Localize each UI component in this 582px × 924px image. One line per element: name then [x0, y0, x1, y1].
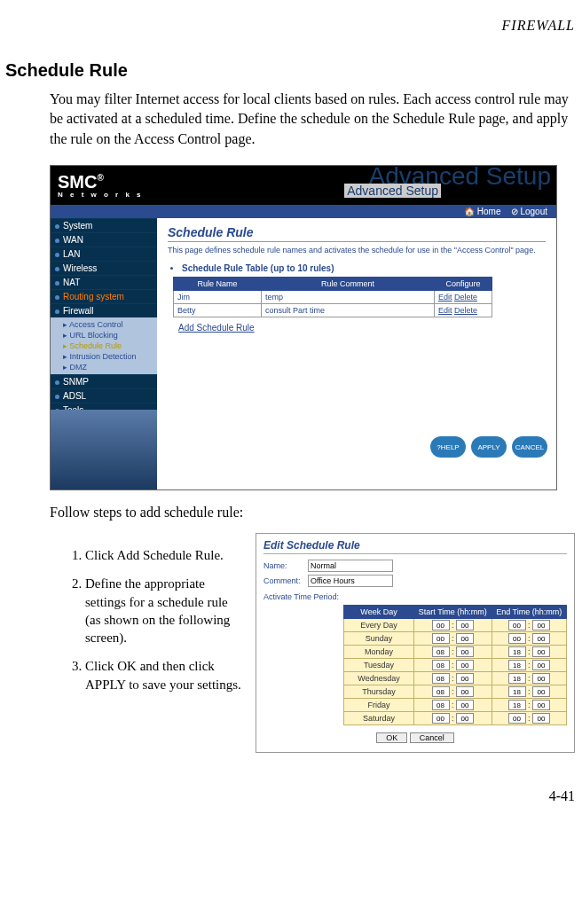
sidebar-item-system[interactable]: System	[51, 218, 157, 232]
end-min-input[interactable]	[532, 660, 550, 670]
logo-subtext: N e t w o r k s	[58, 191, 144, 199]
action-button-row: ? HELP APPLY CANCEL	[430, 436, 547, 458]
name-input[interactable]	[308, 560, 393, 572]
start-min-input[interactable]	[456, 673, 474, 684]
start-min-input[interactable]	[456, 660, 474, 670]
sidebar-sub-intrusion-detection[interactable]: ▸ Intrusion Detection	[63, 351, 157, 362]
cell-comment: consult Part time	[262, 304, 435, 317]
weekday-cell: Monday	[344, 646, 414, 659]
end-min-input[interactable]	[532, 633, 550, 644]
col-rule-name: Rule Name	[174, 278, 262, 291]
table-row: Jim temp Edit Delete	[174, 291, 492, 304]
end-min-input[interactable]	[532, 646, 550, 657]
col-end: End Time (hh:mm)	[492, 606, 566, 619]
apply-button[interactable]: APPLY	[471, 436, 507, 458]
end-min-input[interactable]	[532, 673, 550, 684]
edit-panel-title: Edit Schedule Rule	[263, 539, 567, 554]
end-min-input[interactable]	[532, 620, 550, 630]
sidebar-item-wireless[interactable]: Wireless	[51, 261, 157, 275]
intro-paragraph: You may filter Internet access for local…	[50, 90, 575, 149]
help-button[interactable]: ? HELP	[430, 436, 466, 458]
sidebar-sub-url-blocking[interactable]: ▸ URL Blocking	[63, 330, 157, 341]
ok-button[interactable]: OK	[376, 732, 407, 743]
start-hour-input[interactable]	[432, 660, 450, 670]
cancel-button[interactable]: CANCEL	[512, 436, 547, 458]
sidebar-item-adsl[interactable]: ADSL	[51, 388, 157, 403]
activate-time-period-label: Activate Time Period:	[263, 592, 567, 601]
comment-label: Comment:	[263, 576, 303, 585]
start-min-input[interactable]	[456, 713, 474, 724]
advanced-setup-label: Advanced Setup	[344, 184, 441, 198]
weekday-cell: Friday	[344, 699, 414, 712]
end-hour-input[interactable]	[508, 620, 526, 630]
logo-text: SMC	[58, 172, 97, 192]
start-hour-input[interactable]	[432, 686, 450, 697]
weekday-cell: Sunday	[344, 632, 414, 646]
sidebar-item-wan[interactable]: WAN	[51, 232, 157, 247]
col-rule-comment: Rule Comment	[262, 278, 435, 291]
col-weekday: Week Day	[344, 606, 414, 619]
end-hour-input[interactable]	[508, 633, 526, 644]
start-min-input[interactable]	[456, 646, 474, 657]
start-hour-input[interactable]	[432, 620, 450, 630]
sidebar-sub-access-control[interactable]: ▸ Access Control	[63, 319, 157, 330]
end-min-input[interactable]	[532, 700, 550, 710]
end-hour-input[interactable]	[508, 713, 526, 724]
screenshot-schedule-rule: SMC® N e t w o r k s Advanced Setup Adva…	[50, 165, 557, 490]
end-hour-input[interactable]	[508, 686, 526, 697]
sidebar-item-nat[interactable]: NAT	[51, 275, 157, 289]
step-3: Click OK and then click APPLY to save yo…	[85, 657, 243, 693]
delete-link[interactable]: Delete	[454, 306, 477, 315]
time-row: Thursday : :	[344, 685, 567, 699]
comment-input[interactable]	[308, 575, 393, 587]
end-hour-input[interactable]	[508, 673, 526, 684]
end-min-input[interactable]	[532, 686, 550, 697]
cancel-button[interactable]: Cancel	[410, 732, 454, 743]
start-min-input[interactable]	[456, 633, 474, 644]
sidebar-nav: System WAN LAN Wireless NAT Routing syst…	[51, 218, 157, 489]
smc-logo: SMC® N e t w o r k s	[58, 172, 144, 199]
col-configure: Configure	[435, 278, 492, 291]
start-min-input[interactable]	[456, 700, 474, 710]
edit-link[interactable]: Edit	[438, 306, 452, 315]
start-hour-input[interactable]	[432, 700, 450, 710]
sidebar-image	[51, 410, 157, 489]
logout-link[interactable]: ⊘ Logout	[511, 207, 547, 216]
home-link[interactable]: 🏠 Home	[464, 207, 500, 216]
start-hour-input[interactable]	[432, 713, 450, 724]
panel-title: Schedule Rule	[168, 225, 546, 242]
page-title: Schedule Rule	[5, 60, 575, 81]
end-min-input[interactable]	[532, 713, 550, 724]
table-row: Betty consult Part time Edit Delete	[174, 304, 492, 317]
sidebar-item-snmp[interactable]: SNMP	[51, 374, 157, 388]
step-1: Click Add Schedule Rule.	[85, 546, 243, 564]
end-hour-input[interactable]	[508, 646, 526, 657]
end-hour-input[interactable]	[508, 700, 526, 710]
time-row: Every Day : :	[344, 619, 567, 632]
sidebar-sub-schedule-rule[interactable]: ▸ Schedule Rule	[63, 341, 157, 351]
start-min-input[interactable]	[456, 686, 474, 697]
delete-link[interactable]: Delete	[454, 293, 477, 301]
page-number: 4-41	[5, 788, 575, 804]
start-hour-input[interactable]	[432, 646, 450, 657]
weekday-cell: Tuesday	[344, 659, 414, 672]
edit-link[interactable]: Edit	[438, 293, 452, 301]
sidebar-item-routing[interactable]: Routing system	[51, 289, 157, 303]
home-logout-bar: 🏠 Home ⊘ Logout	[51, 205, 556, 218]
sidebar-item-lan[interactable]: LAN	[51, 247, 157, 261]
time-row: Monday : :	[344, 646, 567, 659]
end-hour-input[interactable]	[508, 660, 526, 670]
steps-list: Click Add Schedule Rule. Define the appr…	[50, 546, 243, 704]
sidebar-sub-dmz[interactable]: ▸ DMZ	[63, 362, 157, 372]
sidebar-item-firewall[interactable]: Firewall	[51, 303, 157, 317]
start-hour-input[interactable]	[432, 633, 450, 644]
step-2: Define the appropriate settings for a sc…	[85, 575, 243, 646]
cell-comment: temp	[262, 291, 435, 304]
page-header: FIREWALL	[5, 18, 575, 34]
start-hour-input[interactable]	[432, 673, 450, 684]
weekday-cell: Saturday	[344, 712, 414, 725]
add-schedule-rule-link[interactable]: Add Schedule Rule	[178, 323, 546, 333]
sidebar-firewall-submenu: ▸ Access Control ▸ URL Blocking ▸ Schedu…	[51, 317, 157, 374]
schedule-rule-panel: Schedule Rule This page defines schedule…	[157, 218, 556, 489]
start-min-input[interactable]	[456, 620, 474, 630]
